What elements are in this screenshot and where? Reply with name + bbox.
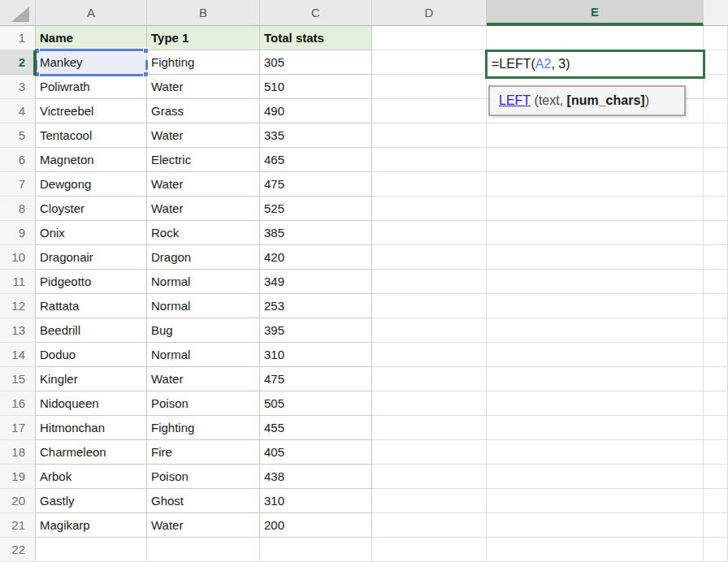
cell-B16[interactable]: Poison [147,391,260,416]
row-header-22[interactable]: 22 [0,538,36,562]
cell-B6[interactable]: Electric [147,148,260,172]
cell-A16[interactable]: Nidoqueen [36,391,147,416]
cell-A18[interactable]: Charmeleon [36,440,147,465]
cell-A12[interactable]: Rattata [36,294,147,318]
cell-A17[interactable]: Hitmonchan [36,416,147,440]
cell-A8[interactable]: Cloyster [36,197,147,221]
row-header-11[interactable]: 11 [0,270,36,294]
cell-A3[interactable]: Poliwrath [36,75,147,99]
cell-F20[interactable] [704,489,728,513]
row-header-12[interactable]: 12 [0,294,36,318]
cell-B12[interactable]: Normal [147,294,260,318]
row-header-1[interactable]: 1 [0,26,36,50]
cell-E14[interactable] [487,343,704,367]
cell-C9[interactable]: 385 [260,221,372,245]
column-header-C[interactable]: C [260,0,372,26]
cell-C6[interactable]: 465 [260,148,372,172]
cell-F16[interactable] [704,391,728,416]
cell-C10[interactable]: 420 [260,245,372,270]
cell-A22[interactable] [36,538,147,562]
cell-F2[interactable] [704,50,728,75]
cell-F19[interactable] [704,465,728,489]
cell-C7[interactable]: 475 [260,172,372,197]
cell-B2[interactable]: Fighting [147,50,260,75]
row-header-3[interactable]: 3 [0,75,36,99]
row-header-19[interactable]: 19 [0,465,36,489]
cell-F17[interactable] [704,416,728,440]
cell-E8[interactable] [487,197,704,221]
cell-F6[interactable] [704,148,728,172]
column-header-A[interactable]: A [36,0,147,26]
row-header-16[interactable]: 16 [0,391,36,416]
cell-B20[interactable]: Ghost [147,489,260,513]
cell-F5[interactable] [704,123,728,148]
cell-E5[interactable] [487,123,704,148]
cell-A11[interactable]: Pidgeotto [36,270,147,294]
cell-B21[interactable]: Water [147,513,260,538]
cell-D15[interactable] [372,367,487,391]
cell-D7[interactable] [372,172,487,197]
cell-C4[interactable]: 490 [260,99,372,123]
cell-D2[interactable] [372,50,487,75]
cell-D12[interactable] [372,294,487,318]
row-header-18[interactable]: 18 [0,440,36,465]
row-header-13[interactable]: 13 [0,318,36,343]
cell-D3[interactable] [372,75,487,99]
cell-F22[interactable] [704,538,728,562]
cell-E16[interactable] [487,391,704,416]
cell-B11[interactable]: Normal [147,270,260,294]
cell-C5[interactable]: 335 [260,123,372,148]
cell-B14[interactable]: Normal [147,343,260,367]
cell-F7[interactable] [704,172,728,197]
cell-A19[interactable]: Arbok [36,465,147,489]
column-header-E[interactable]: E [487,0,704,26]
cell-A9[interactable]: Onix [36,221,147,245]
cell-F18[interactable] [704,440,728,465]
cell-C2[interactable]: 305 [260,50,372,75]
cell-C16[interactable]: 505 [260,391,372,416]
cell-E10[interactable] [487,245,704,270]
cell-D10[interactable] [372,245,487,270]
cell-B8[interactable]: Water [147,197,260,221]
cell-B10[interactable]: Dragon [147,245,260,270]
row-header-21[interactable]: 21 [0,513,36,538]
cell-E6[interactable] [487,148,704,172]
cell-E12[interactable] [487,294,704,318]
cell-A7[interactable]: Dewgong [36,172,147,197]
cell-F4[interactable] [704,99,728,123]
cell-A15[interactable]: Kingler [36,367,147,391]
column-header-F[interactable] [704,0,728,26]
cell-E21[interactable] [487,513,704,538]
cell-D17[interactable] [372,416,487,440]
cell-B4[interactable]: Grass [147,99,260,123]
cell-A2[interactable]: Mankey [36,50,147,75]
cell-F13[interactable] [704,318,728,343]
cell-C14[interactable]: 310 [260,343,372,367]
cell-C15[interactable]: 475 [260,367,372,391]
cell-D18[interactable] [372,440,487,465]
cell-D8[interactable] [372,197,487,221]
cell-E11[interactable] [487,270,704,294]
row-header-6[interactable]: 6 [0,148,36,172]
cell-C19[interactable]: 438 [260,465,372,489]
cell-F11[interactable] [704,270,728,294]
cell-B17[interactable]: Fighting [147,416,260,440]
cell-A14[interactable]: Doduo [36,343,147,367]
cell-B15[interactable]: Water [147,367,260,391]
cell-C1[interactable]: Total stats [260,26,372,50]
cell-E18[interactable] [487,440,704,465]
cell-A5[interactable]: Tentacool [36,123,147,148]
cell-D1[interactable] [372,26,487,50]
cell-B13[interactable]: Bug [147,318,260,343]
cell-A13[interactable]: Beedrill [36,318,147,343]
cell-B3[interactable]: Water [147,75,260,99]
row-header-9[interactable]: 9 [0,221,36,245]
row-header-20[interactable]: 20 [0,489,36,513]
cell-D9[interactable] [372,221,487,245]
cell-E20[interactable] [487,489,704,513]
cell-C8[interactable]: 525 [260,197,372,221]
cell-B5[interactable]: Water [147,123,260,148]
cell-C18[interactable]: 405 [260,440,372,465]
cell-E1[interactable] [487,26,704,50]
cell-D6[interactable] [372,148,487,172]
